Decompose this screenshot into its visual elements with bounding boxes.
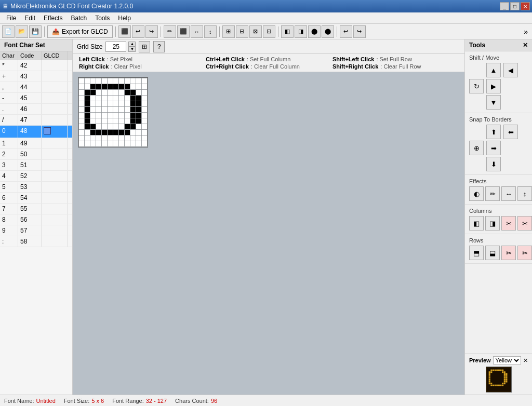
del-row-bottom-btn[interactable]: ✂ <box>517 246 532 260</box>
char-row[interactable]: * 42 <box>0 60 72 71</box>
open-button[interactable]: 📂 <box>16 25 28 38</box>
toolbar-btn-12[interactable]: ⬤ <box>308 25 321 38</box>
char-row[interactable]: , 44 <box>0 82 72 93</box>
char-row[interactable]: - 45 <box>0 93 72 104</box>
del-col-left-btn[interactable]: ✂ <box>501 216 516 231</box>
menu-file[interactable]: File <box>2 13 20 23</box>
grid-size-input[interactable] <box>105 42 126 52</box>
char-row[interactable]: 5 53 <box>0 182 72 193</box>
toolbar-btn-undo[interactable]: ↩ <box>132 25 144 38</box>
toolbar-btn-4[interactable]: ↔ <box>191 25 203 38</box>
char-row[interactable]: : 58 <box>0 236 72 247</box>
snap-borders-title: Snap To Borders <box>469 116 528 123</box>
shift-left-btn[interactable]: ◀ <box>503 63 518 77</box>
grid-size-label: Grid Size <box>77 43 102 50</box>
char-row[interactable]: . 46 <box>0 104 72 115</box>
shift-down-btn[interactable]: ▼ <box>486 95 501 110</box>
add-row-bottom-btn[interactable]: ⬓ <box>485 246 500 260</box>
toolbar-btn-7[interactable]: ⊟ <box>236 25 248 38</box>
scroll-cell <box>68 214 72 225</box>
add-col-left-btn[interactable]: ◧ <box>469 216 484 231</box>
toolbar: 📄 📂 💾 📤 Export for GLCD ⬛ ↩ ↪ ✏ ⬛ ↔ ↕ ⊞ … <box>0 24 532 39</box>
char-cell: 9 <box>0 225 18 236</box>
snap-right-btn[interactable]: ➡ <box>486 141 501 155</box>
grid-toggle-btn[interactable]: ⊞ <box>139 41 150 52</box>
menu-edit[interactable]: Edit <box>20 13 39 23</box>
code-cell: 56 <box>18 214 42 225</box>
scroll-cell <box>68 126 72 138</box>
minimize-button[interactable]: _ <box>500 2 509 10</box>
add-col-right-btn[interactable]: ◨ <box>485 216 500 231</box>
grid-help-btn[interactable]: ? <box>153 41 165 52</box>
char-cell: * <box>0 60 18 71</box>
toolbar-btn-8[interactable]: ⊠ <box>249 25 262 38</box>
tools-close-button[interactable]: ✕ <box>523 42 528 49</box>
export-label: Export for GLCD <box>62 28 108 35</box>
new-button[interactable]: 📄 <box>2 25 15 38</box>
del-col-right-btn[interactable]: ✂ <box>517 216 532 231</box>
save-button[interactable]: 💾 <box>29 25 42 38</box>
toolbar-btn-14[interactable]: ↩ <box>340 25 352 38</box>
toolbar-btn-10[interactable]: ◧ <box>281 25 294 38</box>
toolbar-btn-15[interactable]: ↪ <box>353 25 366 38</box>
char-row[interactable]: 2 50 <box>0 149 72 160</box>
char-cell: 2 <box>0 149 18 159</box>
menu-help[interactable]: Help <box>114 13 135 23</box>
code-cell: 58 <box>18 236 42 247</box>
del-row-top-btn[interactable]: ✂ <box>501 246 516 260</box>
menu-effects[interactable]: Effects <box>39 13 66 23</box>
grid-size-down[interactable]: ▼ <box>128 47 136 52</box>
toolbar-btn-2[interactable]: ✏ <box>164 25 176 38</box>
char-row[interactable]: 9 57 <box>0 225 72 236</box>
char-list[interactable]: * 42 + 43 , 44 - 45 . 46 / 47 <box>0 60 72 395</box>
toolbar-btn-13[interactable]: ⬤ <box>322 25 334 38</box>
mirror-h-btn[interactable]: ↔ <box>501 186 516 201</box>
canvas-area[interactable] <box>73 72 464 395</box>
rotate-btn[interactable]: ↻ <box>469 79 484 93</box>
char-row[interactable]: / 47 <box>0 115 72 126</box>
snap-bottom-btn[interactable]: ⬇ <box>486 157 501 171</box>
shift-right-btn[interactable]: ▶ <box>486 79 501 93</box>
char-row[interactable]: + 43 <box>0 71 72 82</box>
add-row-top-btn[interactable]: ⬒ <box>469 246 484 260</box>
menu-batch[interactable]: Batch <box>67 13 91 23</box>
char-row[interactable]: 3 51 <box>0 160 72 171</box>
char-row[interactable]: 4 52 <box>0 171 72 182</box>
invert-btn[interactable]: ◐ <box>469 186 484 201</box>
toolbar-btn-11[interactable]: ◨ <box>295 25 307 38</box>
chars-count-label: Chars Count: <box>175 398 209 404</box>
mirror-v-btn[interactable]: ↕ <box>517 186 532 201</box>
char-row[interactable]: 6 54 <box>0 193 72 204</box>
snap-top-btn[interactable]: ⬆ <box>486 125 501 139</box>
char-row[interactable]: 8 56 <box>0 214 72 225</box>
toolbar-btn-redo[interactable]: ↪ <box>145 25 158 38</box>
preview-color-select[interactable]: Yellow Green Blue White <box>493 356 521 364</box>
hint-ctrl-left-key: Ctrl+Left Click <box>206 56 245 62</box>
close-button[interactable]: ✕ <box>521 2 530 10</box>
glcd-cell <box>42 160 68 170</box>
toolbar-btn-9[interactable]: ⊡ <box>263 25 275 38</box>
menu-tools[interactable]: Tools <box>91 13 114 23</box>
hint-shift-left-key: Shift+Left Click <box>332 56 374 62</box>
char-row[interactable]: 0 48 <box>0 126 72 138</box>
pencil-btn[interactable]: ✏ <box>485 186 500 201</box>
toolbar-btn-6[interactable]: ⊞ <box>222 25 235 38</box>
char-row[interactable]: 1 49 <box>0 138 72 149</box>
preview-close-button[interactable]: ✕ <box>523 357 528 364</box>
snap-center-btn[interactable]: ⊕ <box>469 141 484 155</box>
export-glcd-button[interactable]: 📤 Export for GLCD <box>47 25 113 38</box>
grid-size-spinner: ▲ ▼ <box>128 42 136 52</box>
toolbar-btn-1[interactable]: ⬛ <box>118 25 131 38</box>
app-icon: 🖥 <box>2 3 8 10</box>
shift-up-btn[interactable]: ▲ <box>486 63 501 77</box>
snap-left-btn[interactable]: ⬅ <box>503 125 518 139</box>
maximize-button[interactable]: □ <box>510 2 520 10</box>
scroll-cell <box>68 236 72 247</box>
toolbar-btn-3[interactable]: ⬛ <box>177 25 190 38</box>
toolbar-btn-5[interactable]: ↕ <box>204 25 217 38</box>
shift-move-title: Shift / Move <box>469 55 528 61</box>
toolbar-expand[interactable]: » <box>522 28 530 36</box>
pixel-canvas[interactable] <box>78 77 148 147</box>
char-row[interactable]: 7 55 <box>0 204 72 214</box>
grid-size-up[interactable]: ▲ <box>128 42 136 47</box>
